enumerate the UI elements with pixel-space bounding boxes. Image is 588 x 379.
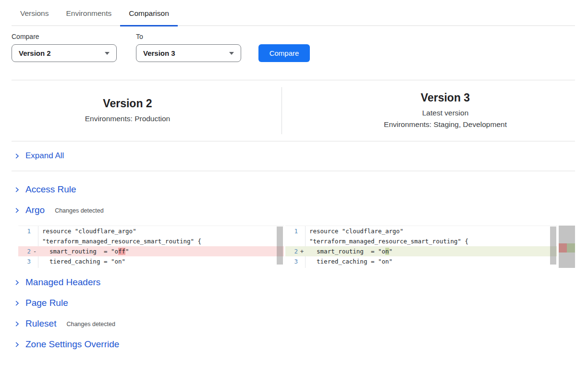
- chevron-right-icon: [13, 341, 21, 348]
- divider: [12, 171, 575, 171]
- left-version-title: Version 2: [103, 97, 152, 111]
- to-version-select[interactable]: Version 3: [136, 44, 241, 62]
- right-pane-scrollbar[interactable]: [550, 227, 556, 265]
- expand-all-label: Expand All: [25, 151, 64, 161]
- caret-down-icon: [229, 52, 234, 55]
- diff-right-pane[interactable]: 1 resource "cloudflare_argo" "terraform_…: [285, 226, 557, 268]
- diff-line: 3 tiered_caching = "on": [18, 256, 284, 266]
- section-label: Access Rule: [25, 184, 76, 195]
- section-label: Argo: [25, 205, 45, 215]
- diff-overview-ruler[interactable]: [559, 226, 575, 268]
- diff-left-pane[interactable]: 1 resource "cloudflare_argo" "terraform_…: [18, 226, 284, 268]
- section-page-rule[interactable]: Page Rule: [0, 296, 588, 310]
- diff-line: 1 resource "cloudflare_argo": [18, 226, 284, 236]
- version-header: Version 2 Environments: Production Versi…: [0, 80, 588, 141]
- version-left-column: Version 2 Environments: Production: [0, 80, 282, 141]
- diff-line: }: [285, 266, 557, 268]
- compare-version-value: Version 2: [19, 49, 51, 57]
- section-label: Ruleset: [25, 318, 56, 329]
- tab-versions[interactable]: Versions: [12, 7, 57, 25]
- compare-version-select[interactable]: Version 2: [12, 44, 117, 62]
- changes-detected-badge: Changes detected: [66, 321, 115, 328]
- added-word-highlight: n: [385, 248, 389, 255]
- deleted-word-highlight: ff: [118, 248, 125, 255]
- chevron-right-icon: [13, 186, 21, 193]
- section-managed-headers[interactable]: Managed Headers: [0, 276, 588, 289]
- compare-controls: Compare Version 2 To Version 3 Compare: [12, 33, 588, 62]
- right-version-environments: Environments: Staging, Development: [384, 119, 507, 130]
- compare-field: Compare Version 2: [12, 33, 117, 62]
- right-version-title: Version 3: [421, 91, 470, 105]
- expand-all-button[interactable]: Expand All: [0, 141, 588, 171]
- overview-deleted-marker: [559, 243, 567, 253]
- diff-line: 3 tiered_caching = "on": [285, 256, 557, 266]
- diff-line: 1 resource "cloudflare_argo": [285, 226, 557, 236]
- chevron-right-icon: [13, 207, 21, 214]
- changes-detected-badge: Changes detected: [55, 207, 103, 214]
- right-version-latest-badge: Latest version: [422, 108, 469, 118]
- left-version-environments: Environments: Production: [85, 114, 170, 124]
- diff-line: "terraform_managed_resource_smart_routin…: [18, 236, 284, 246]
- section-label: Managed Headers: [25, 277, 100, 288]
- argo-diff-view: 1 resource "cloudflare_argo" "terraform_…: [18, 226, 588, 268]
- diff-line-deleted: 2- smart_routing = "off": [18, 246, 284, 256]
- chevron-right-icon: [13, 152, 21, 160]
- tab-environments[interactable]: Environments: [57, 7, 120, 25]
- diff-line: }: [18, 266, 284, 268]
- overview-added-marker: [567, 243, 575, 253]
- section-ruleset[interactable]: Ruleset Changes detected: [0, 317, 588, 330]
- comparison-sections: Access Rule Argo Changes detected 1 reso…: [0, 183, 588, 351]
- to-label: To: [136, 33, 241, 40]
- section-zone-settings-override[interactable]: Zone Settings Override: [0, 338, 588, 351]
- to-field: To Version 3: [136, 33, 241, 62]
- tab-bar: Versions Environments Comparison: [12, 0, 575, 26]
- section-label: Zone Settings Override: [25, 339, 119, 350]
- tab-comparison[interactable]: Comparison: [120, 7, 178, 25]
- caret-down-icon: [105, 52, 110, 55]
- section-access-rule[interactable]: Access Rule: [0, 183, 588, 196]
- chevron-right-icon: [13, 300, 21, 307]
- section-argo[interactable]: Argo Changes detected: [0, 203, 588, 217]
- chevron-right-icon: [13, 279, 21, 286]
- compare-button[interactable]: Compare: [258, 44, 310, 62]
- chevron-right-icon: [13, 320, 21, 328]
- to-version-value: Version 3: [143, 49, 175, 57]
- section-label: Page Rule: [25, 298, 68, 308]
- diff-line-added: 2+ smart_routing = "on": [285, 246, 557, 256]
- left-pane-scrollbar[interactable]: [277, 227, 283, 265]
- compare-label: Compare: [12, 33, 117, 40]
- diff-line: "terraform_managed_resource_smart_routin…: [285, 236, 557, 246]
- version-right-column: Version 3 Latest version Environments: S…: [282, 80, 588, 141]
